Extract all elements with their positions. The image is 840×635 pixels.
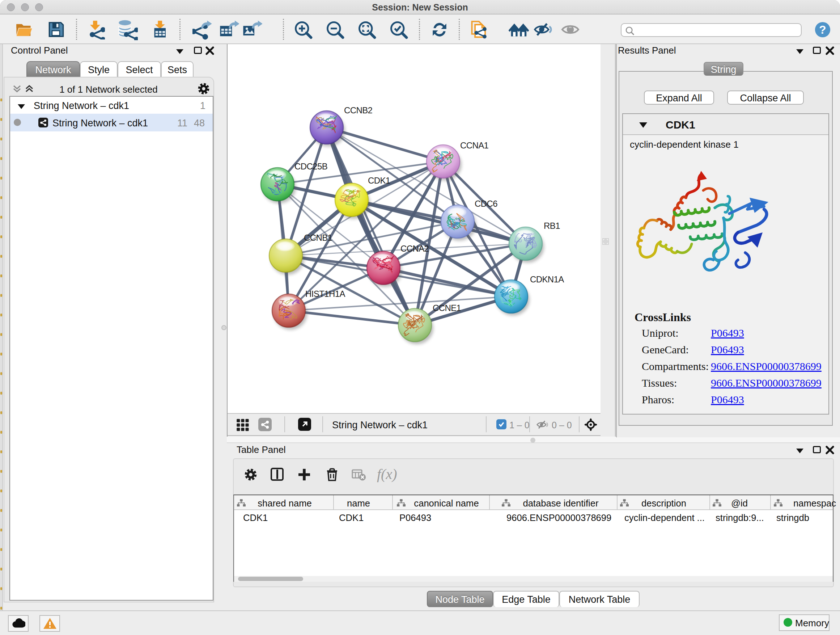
svg-text:CDKN1A: CDKN1A <box>530 274 564 284</box>
svg-text:CDK1: CDK1 <box>368 176 390 185</box>
svg-text:RB1: RB1 <box>544 221 560 231</box>
svg-text:HIST1H1A: HIST1H1A <box>305 289 345 299</box>
svg-text:CCNB1: CCNB1 <box>304 233 332 242</box>
svg-text:?: ? <box>819 23 826 36</box>
svg-text:CCNE1: CCNE1 <box>433 303 461 313</box>
svg-text:CCNA1: CCNA1 <box>460 141 489 150</box>
svg-text:CDC25B: CDC25B <box>294 162 327 171</box>
svg-text:CCNB2: CCNB2 <box>344 105 373 115</box>
svg-text:CDC6: CDC6 <box>475 199 497 209</box>
svg-text:CCNA2: CCNA2 <box>401 244 429 253</box>
